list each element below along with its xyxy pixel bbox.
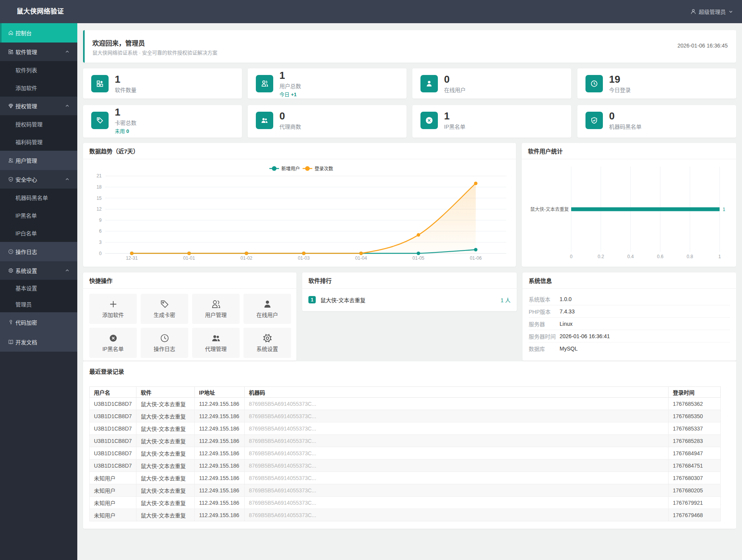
- svg-text:12-31: 12-31: [126, 255, 138, 261]
- svg-text:新增用户: 新增用户: [281, 166, 300, 172]
- svg-text:登录次数: 登录次数: [315, 166, 333, 172]
- svg-text:0.6: 0.6: [657, 254, 664, 259]
- svg-text:01-06: 01-06: [470, 255, 482, 261]
- svg-text:0: 0: [570, 254, 573, 259]
- svg-text:18: 18: [97, 184, 102, 190]
- svg-text:01-04: 01-04: [355, 255, 367, 261]
- svg-text:3: 3: [99, 240, 102, 245]
- svg-text:9: 9: [99, 218, 102, 223]
- svg-text:01-02: 01-02: [240, 255, 252, 261]
- svg-text:1: 1: [718, 254, 721, 259]
- svg-text:15: 15: [97, 196, 102, 201]
- svg-text:鼠大侠-文本去重复: 鼠大侠-文本去重复: [530, 206, 569, 212]
- svg-text:0.8: 0.8: [687, 254, 693, 259]
- svg-text:12: 12: [97, 206, 102, 212]
- svg-text:0: 0: [99, 251, 102, 256]
- svg-text:0.4: 0.4: [627, 254, 634, 259]
- svg-text:01-01: 01-01: [183, 255, 195, 261]
- svg-text:21: 21: [97, 173, 102, 179]
- svg-text:01-05: 01-05: [412, 255, 424, 261]
- svg-text:0.2: 0.2: [597, 254, 604, 259]
- svg-text:1: 1: [723, 207, 725, 212]
- svg-text:01-03: 01-03: [298, 255, 310, 261]
- svg-text:6: 6: [99, 228, 102, 234]
